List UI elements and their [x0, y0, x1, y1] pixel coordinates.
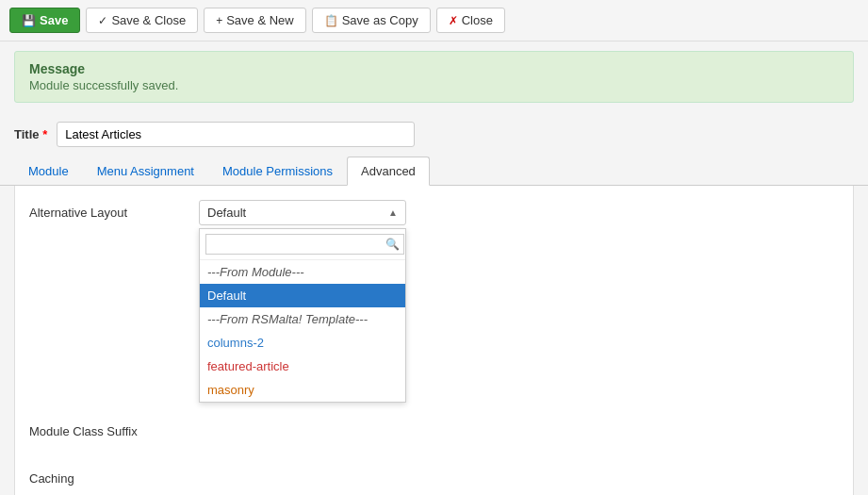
tabs: Module Menu Assignment Module Permission… [0, 157, 868, 186]
tab-advanced[interactable]: Advanced [347, 157, 430, 186]
alternative-layout-panel: 🔍 ---From Module--- Default ---From RSMa… [199, 228, 406, 403]
caching-row: Caching [29, 466, 839, 495]
dropdown-separator-module: ---From Module--- [200, 260, 405, 284]
alternative-layout-control: Default ▲ 🔍 ---From Module--- Default --… [199, 200, 839, 225]
toolbar: 💾 Save ✓ Save & Close + Save & New 📋 Sav… [0, 0, 868, 41]
alternative-layout-selected: Default [207, 206, 246, 220]
save-icon: 💾 [22, 14, 36, 27]
save-close-button[interactable]: ✓ Save & Close [86, 8, 198, 33]
dropdown-search-row: 🔍 [200, 229, 405, 260]
dropdown-item-featured-article[interactable]: featured-article [200, 355, 405, 378]
save-label: Save [40, 13, 68, 27]
copy-icon: 📋 [324, 14, 338, 27]
save-copy-button[interactable]: 📋 Save as Copy [312, 8, 431, 33]
alternative-layout-label: Alternative Layout [29, 200, 199, 220]
close-label: Close [462, 13, 493, 27]
title-input[interactable] [57, 122, 415, 147]
close-icon: ✗ [449, 14, 458, 27]
save-new-button[interactable]: + Save & New [204, 8, 306, 33]
form-area: Alternative Layout Default ▲ 🔍 ---From M… [14, 186, 854, 495]
save-close-label: Save & Close [111, 13, 186, 27]
save-button[interactable]: 💾 Save [9, 8, 80, 33]
module-class-suffix-label: Module Class Suffix [29, 419, 199, 438]
tab-module-permissions[interactable]: Module Permissions [208, 157, 347, 186]
title-label: Title * [14, 127, 47, 141]
required-marker: * [42, 127, 47, 141]
save-copy-label: Save as Copy [342, 13, 418, 27]
close-button[interactable]: ✗ Close [436, 8, 505, 33]
dropdown-item-masonry[interactable]: masonry [200, 378, 405, 402]
plus-icon: + [216, 14, 222, 27]
alternative-layout-row: Alternative Layout Default ▲ 🔍 ---From M… [29, 200, 839, 230]
tab-menu-assignment[interactable]: Menu Assignment [83, 157, 208, 186]
save-new-label: Save & New [226, 13, 294, 27]
message-body: Module successfully saved. [29, 78, 839, 92]
dropdown-item-columns2[interactable]: columns-2 [200, 331, 405, 355]
message-box: Message Module successfully saved. [14, 51, 854, 103]
alternative-layout-dropdown[interactable]: Default ▲ [199, 200, 406, 225]
dropdown-search-input[interactable] [205, 234, 404, 255]
dropdown-arrow-icon: ▲ [388, 207, 398, 218]
search-icon: 🔍 [385, 238, 400, 251]
dropdown-item-default[interactable]: Default [200, 284, 405, 307]
dropdown-separator-template: ---From RSMalta! Template--- [200, 307, 405, 331]
title-row: Title * [0, 112, 868, 157]
caching-label: Caching [29, 466, 199, 486]
checkmark-icon: ✓ [98, 14, 107, 27]
tab-module[interactable]: Module [14, 157, 83, 186]
module-class-suffix-row: Module Class Suffix [29, 419, 839, 449]
message-title: Message [29, 61, 839, 76]
